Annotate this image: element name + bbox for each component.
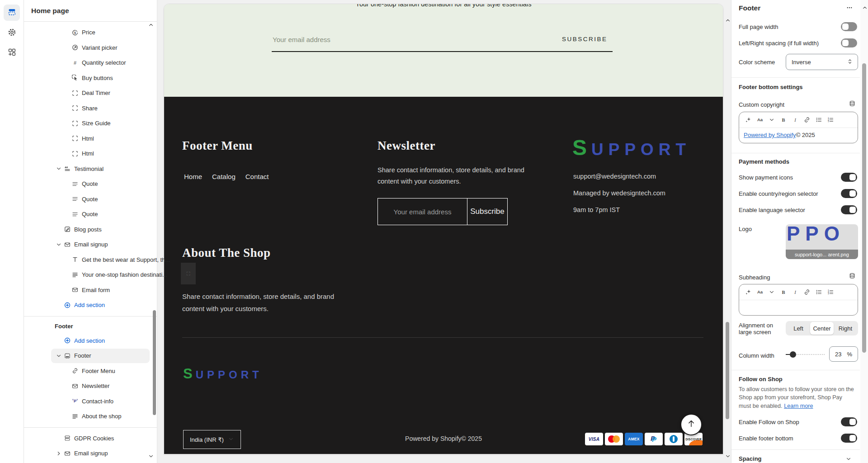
more-options-button[interactable] [846, 5, 853, 13]
logo-thumbnail[interactable]: PPO support-logo... arent.png [786, 224, 858, 259]
footer-link-home[interactable]: Home [184, 173, 202, 180]
numbered-list-icon[interactable]: 123 [827, 116, 834, 123]
dynamic-source-icon[interactable] [849, 100, 855, 109]
sidebar-scrollbar[interactable] [153, 310, 156, 415]
sidebar-item-variant-picker[interactable]: Variant picker [24, 40, 157, 56]
sidebar-item-email-signup[interactable]: Email signup [24, 237, 157, 252]
sidebar-item-blog-posts[interactable]: Blog posts [24, 222, 157, 237]
column-width-input[interactable]: 23 % [829, 346, 858, 362]
sidebar-item-label: Add section [74, 337, 105, 344]
inspector-scroll-thumb[interactable] [862, 63, 866, 353]
newsletter-subscribe-button[interactable]: Subscribe [467, 198, 507, 225]
numbered-list-icon[interactable]: 123 [827, 288, 834, 296]
language-selector-toggle[interactable] [841, 205, 857, 214]
link-icon[interactable] [803, 288, 811, 296]
sidebar-scroll-down-icon[interactable] [148, 453, 154, 461]
sidebar-item-gdpr-cookies[interactable]: GDPR Cookies [24, 431, 157, 446]
chevron-down-icon[interactable] [768, 288, 775, 296]
sidebar-item-get-the-best-wear-at-support-th[interactable]: Get the best wear at Support, th... [24, 252, 157, 268]
learn-more-link[interactable]: Learn more [784, 403, 813, 409]
magic-icon[interactable] [745, 116, 752, 123]
sidebar-item-add-section[interactable]: Add section [24, 298, 157, 313]
scroll-down-arrow-icon[interactable] [725, 453, 731, 461]
full-page-width-toggle[interactable] [841, 22, 857, 31]
magic-icon[interactable] [745, 288, 752, 296]
newsletter-email-input[interactable]: Your email address [378, 198, 467, 225]
format-icon[interactable]: Aa [756, 288, 764, 296]
sidebar-item-label: Deal Timer [82, 90, 110, 96]
format-icon[interactable]: Aa [756, 116, 764, 123]
chevron-down-icon[interactable] [768, 116, 775, 123]
sidebar-item-quote[interactable]: Quote [24, 192, 157, 207]
chevron-right-icon[interactable] [56, 450, 62, 457]
amex-payment-icon: AMEX [625, 433, 643, 445]
signup-subscribe-button[interactable]: SUBSCRIBE [562, 36, 608, 43]
chevron-down-icon[interactable] [56, 165, 62, 172]
bullet-list-icon[interactable] [815, 288, 822, 296]
sidebar-item-testimonial[interactable]: Testimonial [24, 161, 157, 177]
enable-footer-bottom-toggle[interactable] [841, 434, 857, 443]
sidebar-item-quote[interactable]: Quote [24, 176, 157, 192]
sidebar-item-footer[interactable]: Footer [24, 348, 157, 364]
bullet-list-icon[interactable] [815, 116, 822, 123]
bold-icon[interactable]: B [780, 288, 787, 296]
back-to-top-button[interactable] [680, 414, 702, 435]
sidebar-item-size-guide[interactable]: Size Guide [24, 116, 157, 131]
sidebar-item-newsletter[interactable]: Newsletter [24, 378, 157, 394]
alignment-option-left[interactable]: Left [787, 322, 810, 335]
scroll-up-arrow-icon[interactable] [862, 5, 868, 13]
slider-knob[interactable] [790, 351, 796, 358]
country-selector-toggle[interactable] [841, 189, 857, 198]
sidebar-item-price[interactable]: $Price [24, 25, 157, 40]
bold-icon[interactable]: B [780, 116, 787, 123]
sidebar-item-html[interactable]: Html [24, 146, 157, 161]
footer-link-contact[interactable]: Contact [245, 173, 269, 180]
sidebar-item-email-form[interactable]: Email form [24, 283, 157, 298]
arrow-up-icon [686, 419, 696, 430]
sidebar-item-buy-buttons[interactable]: Buy buttons [24, 71, 157, 86]
sidebar-item-your-one-stop-fashion-destinati[interactable]: Your one-stop fashion destinati... [24, 267, 157, 283]
sidebar-item-email-signup[interactable]: Email signup [24, 446, 157, 461]
subheading-editor[interactable]: AaBI123 [739, 284, 858, 316]
link-icon[interactable] [803, 116, 811, 123]
color-scheme-select[interactable]: Inverse [786, 54, 858, 70]
follow-on-shop-heading: Follow on Shop [739, 376, 783, 383]
italic-icon[interactable]: I [792, 116, 799, 123]
custom-copyright-editor[interactable]: AaBI123 Powered by Shopify© 2025 [739, 112, 858, 143]
alignment-option-right[interactable]: Right [834, 322, 857, 335]
lr-spacing-label: Left/Right spacing (if full width) [739, 40, 819, 47]
subheading-label: Subheading [739, 274, 770, 281]
sidebar-item-contact-info[interactable]: PContact-info [24, 394, 157, 409]
copyright-editor-body[interactable]: Powered by Shopify© 2025 [739, 128, 858, 143]
scroll-up-arrow-icon[interactable] [725, 17, 731, 25]
footer-link-catalog[interactable]: Catalog [212, 173, 236, 180]
spacing-expand-icon[interactable] [845, 456, 852, 463]
copyright-link[interactable]: Powered by Shopify [744, 132, 796, 138]
sidebar-section-tree: $PriceVariant picker#Quantity selectorBu… [24, 25, 157, 461]
subheading-editor-body[interactable] [739, 300, 858, 315]
column-width-slider[interactable] [786, 351, 825, 358]
sidebar-item-share[interactable]: Share [24, 101, 157, 116]
preview-scroll-thumb[interactable] [726, 322, 729, 419]
sidebar-item-html[interactable]: Html [24, 131, 157, 146]
inspector-scrollbar[interactable] [860, 0, 868, 463]
signup-email-input[interactable]: Your email address [273, 36, 330, 43]
show-payment-icons-toggle[interactable] [841, 173, 857, 182]
chevron-down-icon[interactable] [56, 241, 62, 248]
apps-rail-button[interactable] [4, 45, 20, 61]
theme-settings-rail-button[interactable] [4, 25, 20, 41]
enable-follow-toggle[interactable] [841, 417, 857, 426]
sidebar-item-quote[interactable]: Quote [24, 207, 157, 222]
sidebar-item-add-section[interactable]: Add section [24, 333, 157, 349]
chevron-down-icon[interactable] [56, 353, 62, 359]
lr-spacing-toggle[interactable] [841, 38, 857, 47]
sections-rail-button[interactable] [4, 5, 20, 21]
alignment-option-center[interactable]: Center [810, 322, 834, 335]
sidebar-item-footer-menu[interactable]: Footer Menu [24, 364, 157, 379]
sidebar-item-quantity-selector[interactable]: #Quantity selector [24, 55, 157, 71]
sidebar-item-about-the-shop[interactable]: About the shop [24, 409, 157, 424]
preview-scrollbar[interactable] [724, 0, 731, 463]
sidebar-item-deal-timer[interactable]: Deal Timer [24, 85, 157, 101]
italic-icon[interactable]: I [792, 288, 799, 296]
dynamic-source-icon[interactable] [849, 273, 855, 281]
